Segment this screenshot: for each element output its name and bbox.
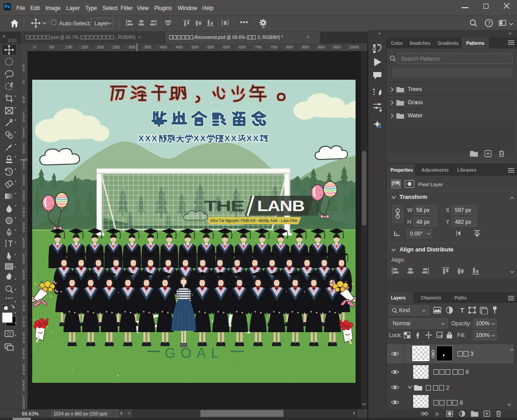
svg-text:0: 0: [23, 276, 25, 281]
svg-text:850: 850: [302, 44, 309, 49]
svg-text:200: 200: [97, 44, 104, 49]
svg-text:0: 0: [23, 166, 25, 170]
svg-text:0: 0: [23, 80, 25, 84]
svg-text:550: 550: [207, 44, 215, 49]
svg-text:THE: THE: [204, 197, 244, 214]
svg-text:0: 0: [23, 292, 25, 297]
svg-text:X: X: [224, 134, 230, 143]
svg-text:LANB: LANB: [257, 197, 305, 214]
svg-text:800: 800: [286, 44, 293, 49]
svg-text:T: T: [8, 239, 13, 248]
svg-text:0: 0: [23, 182, 25, 186]
svg-text:1000: 1000: [349, 44, 359, 49]
svg-text:?: ?: [488, 20, 490, 26]
svg-text:50: 50: [49, 44, 54, 49]
svg-text:0: 0: [23, 387, 25, 391]
svg-text:300: 300: [128, 44, 136, 49]
svg-text:900: 900: [318, 44, 325, 49]
svg-text:600: 600: [223, 44, 230, 49]
svg-text:400: 400: [160, 44, 167, 49]
svg-text:X: X: [200, 134, 206, 143]
svg-text:0: 0: [23, 134, 25, 139]
svg-text:T: T: [460, 307, 464, 314]
svg-text:350: 350: [144, 44, 151, 49]
svg-text:X: X: [253, 134, 259, 143]
svg-text:0: 0: [23, 99, 25, 104]
svg-text:X: X: [138, 134, 144, 143]
svg-text:0: 0: [23, 213, 25, 218]
svg-text:150: 150: [81, 44, 88, 49]
svg-text:0: 0: [23, 150, 25, 154]
svg-text:X: X: [231, 134, 237, 143]
svg-text:0: 0: [34, 44, 36, 49]
svg-text:X: X: [194, 134, 200, 143]
svg-text:0: 0: [23, 229, 25, 233]
svg-text:0: 0: [23, 406, 25, 409]
svg-text:X: X: [151, 134, 157, 143]
svg-text:fx: fx: [435, 411, 439, 416]
svg-text:0: 0: [23, 323, 25, 328]
svg-text:Kho Tài Nguyên Thiết Kế - Nhiế: Kho Tài Nguyên Thiết Kế - Nhiếp Ảnh - Là…: [210, 218, 298, 223]
svg-text:700: 700: [254, 44, 262, 49]
svg-text:750: 750: [270, 44, 278, 49]
svg-text:650: 650: [239, 44, 246, 49]
svg-text:X: X: [246, 134, 252, 143]
svg-text:0: 0: [23, 198, 25, 202]
svg-text:450: 450: [176, 44, 183, 49]
svg-text:100: 100: [65, 44, 73, 49]
svg-text:0: 0: [23, 355, 25, 360]
svg-text:X: X: [145, 134, 151, 143]
svg-text:250: 250: [112, 44, 120, 49]
svg-text:500: 500: [191, 44, 199, 49]
svg-text:0: 0: [23, 339, 25, 344]
svg-text:0: 0: [23, 371, 25, 376]
svg-text:GOAL: GOAL: [165, 345, 224, 361]
svg-text:0: 0: [23, 308, 25, 312]
svg-text:0: 0: [23, 119, 25, 123]
svg-text:0: 0: [23, 68, 25, 72]
svg-text:950: 950: [334, 44, 341, 49]
svg-text:0: 0: [23, 261, 25, 265]
svg-text:0: 0: [23, 245, 25, 249]
